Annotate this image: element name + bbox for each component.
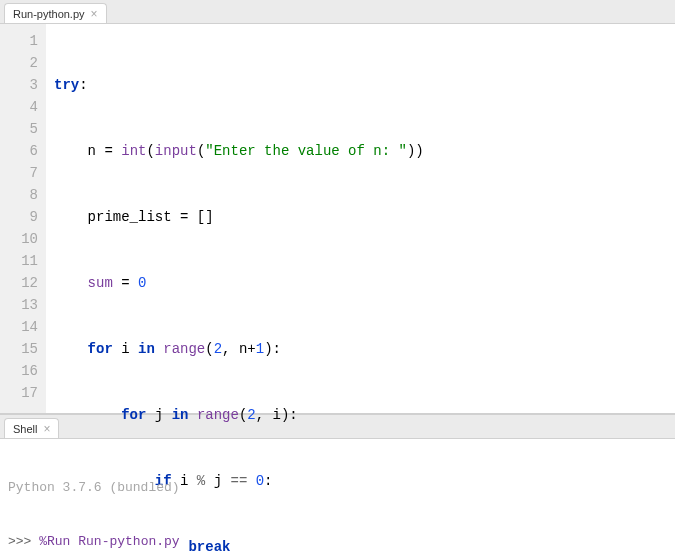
editor-tab[interactable]: Run-python.py × <box>4 3 107 23</box>
shell-tab[interactable]: Shell × <box>4 418 59 438</box>
code-line: n = int(input("Enter the value of n: ")) <box>50 140 675 162</box>
line-number: 1 <box>6 30 38 52</box>
line-number: 17 <box>6 382 38 404</box>
line-number: 2 <box>6 52 38 74</box>
line-number: 15 <box>6 338 38 360</box>
line-number: 5 <box>6 118 38 140</box>
line-number: 7 <box>6 162 38 184</box>
line-number: 6 <box>6 140 38 162</box>
code-editor[interactable]: 1 2 3 4 5 6 7 8 9 10 11 12 13 14 15 16 1… <box>0 24 675 414</box>
line-number: 14 <box>6 316 38 338</box>
close-icon[interactable]: × <box>43 423 50 435</box>
code-line: sum = 0 <box>50 272 675 294</box>
line-number: 9 <box>6 206 38 228</box>
code-area[interactable]: try: n = int(input("Enter the value of n… <box>46 24 675 413</box>
line-number: 12 <box>6 272 38 294</box>
code-line: for i in range(2, n+1): <box>50 338 675 360</box>
line-number-gutter: 1 2 3 4 5 6 7 8 9 10 11 12 13 14 15 16 1… <box>0 24 46 413</box>
line-number: 8 <box>6 184 38 206</box>
editor-tab-label: Run-python.py <box>13 8 85 20</box>
line-number: 10 <box>6 228 38 250</box>
code-line: prime_list = [] <box>50 206 675 228</box>
editor-tab-bar: Run-python.py × <box>0 0 675 24</box>
code-line: for j in range(2, i): <box>50 404 675 426</box>
code-line: try: <box>50 74 675 96</box>
line-number: 4 <box>6 96 38 118</box>
line-number: 13 <box>6 294 38 316</box>
shell-tab-label: Shell <box>13 423 37 435</box>
close-icon[interactable]: × <box>91 8 98 20</box>
line-number: 16 <box>6 360 38 382</box>
line-number: 11 <box>6 250 38 272</box>
line-number: 3 <box>6 74 38 96</box>
